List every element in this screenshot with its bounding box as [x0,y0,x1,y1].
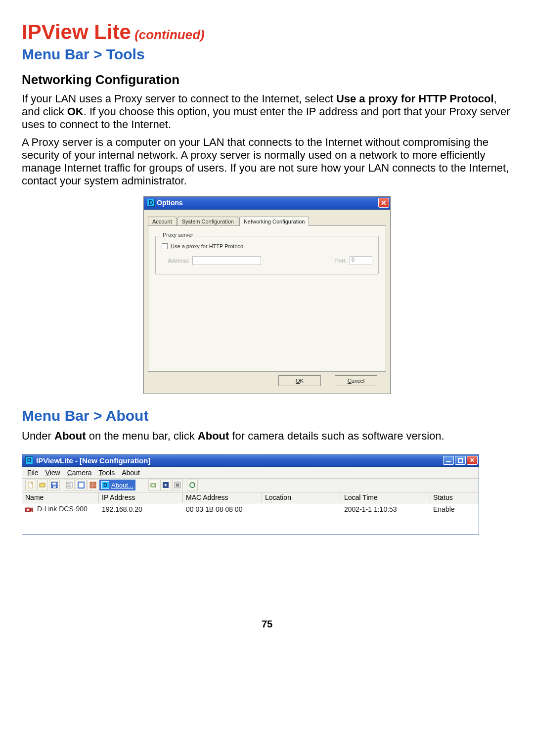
maximize-icon [458,458,463,463]
camera-icon [25,506,33,513]
close-icon: ✕ [381,199,387,207]
minimize-button[interactable] [443,456,454,465]
cell-name: D-Link DCS-900 [37,505,88,513]
col-status[interactable]: Status [430,492,473,503]
column-header-row: Name IP Address MAC Address Location Loc… [22,492,479,503]
port-input[interactable]: 0 [350,256,372,265]
close-button[interactable]: ✕ [378,198,389,208]
dialog-titlebar[interactable]: D Options ✕ [144,197,390,210]
menu-tools[interactable]: Tools [99,469,115,477]
about-menu-item[interactable]: D About... [99,480,135,490]
window-title: IPViewLite - [New Configuration] [36,456,443,465]
svg-rect-17 [176,484,179,487]
table-body: D-Link DCS-900 192.168.0.20 00 03 1B 08 … [22,503,479,534]
svg-rect-12 [93,486,96,488]
svg-rect-2 [52,483,56,485]
maximize-button[interactable] [455,456,466,465]
new-icon[interactable] [25,480,36,490]
refresh-icon[interactable] [187,480,198,490]
window-titlebar[interactable]: D IPViewLite - [New Configuration] ✕ [22,455,479,467]
page-app-title: IPView Lite (continued) [22,22,512,43]
use-proxy-label: Use a proxy for HTTP Protocol [171,243,245,249]
svg-rect-10 [93,482,96,485]
use-proxy-checkbox[interactable] [162,243,168,249]
svg-point-14 [152,485,154,487]
options-dialog: D Options ✕ Account System Configuration… [143,196,391,394]
app-icon: D [25,456,33,464]
close-button[interactable]: ✕ [467,456,478,465]
page-number: 75 [22,619,512,630]
title-main: IPView Lite [22,20,131,44]
dialog-title: Options [157,199,378,207]
single-view-icon[interactable] [76,480,87,490]
menu-file[interactable]: File [27,469,39,477]
port-label: Port: [335,258,347,264]
subsection-networking-configuration: Networking Configuration [22,72,512,88]
close-icon: ✕ [470,457,475,464]
paragraph-proxy-explanation: A Proxy server is a computer on your LAN… [22,136,512,187]
tab-panel: Proxy server Use a proxy for HTTP Protoc… [148,225,386,372]
svg-rect-11 [90,486,92,488]
cell-time: 2002-1-1 1:10:53 [341,505,430,513]
title-continued: (continued) [131,27,205,42]
svg-rect-3 [53,486,56,488]
svg-rect-9 [90,482,92,485]
tab-system-configuration[interactable]: System Configuration [178,217,238,226]
menu-camera[interactable]: Camera [67,469,92,477]
menu-view[interactable]: View [45,469,60,477]
menu-about[interactable]: About [122,469,140,477]
toolbar: D About... [22,479,479,492]
svg-rect-8 [78,482,84,488]
col-local-time[interactable]: Local Time [341,492,430,503]
section-menu-bar-tools: Menu Bar > Tools [22,45,512,63]
quad-view-icon[interactable] [88,480,98,490]
open-icon[interactable] [37,480,48,490]
col-name[interactable]: Name [22,492,99,503]
group-title: Proxy server [161,232,195,238]
stop-icon[interactable] [172,480,183,490]
app-icon: D [147,199,155,207]
play-icon[interactable] [160,480,171,490]
table-row[interactable]: D-Link DCS-900 192.168.0.20 00 03 1B 08 … [22,503,479,515]
save-icon[interactable] [49,480,60,490]
tab-account[interactable]: Account [148,217,177,226]
proxy-server-group: Proxy server Use a proxy for HTTP Protoc… [155,236,379,274]
section-menu-bar-about: Menu Bar > About [22,407,512,425]
tab-row: Account System Configuration Networking … [148,214,386,225]
list-icon[interactable] [64,480,75,490]
ok-button[interactable]: OK [278,375,321,386]
cell-mac: 00 03 1B 08 08 00 [183,505,262,513]
about-menu-label: About... [111,482,134,489]
cancel-button[interactable]: Cancel [335,375,377,386]
cell-ip: 192.168.0.20 [99,505,183,513]
menubar: File View Camera Tools About [22,467,479,479]
col-mac-address[interactable]: MAC Address [183,492,262,503]
minimize-icon [446,461,451,462]
svg-point-20 [27,509,29,511]
ipviewlite-window: D IPViewLite - [New Configuration] ✕ Fil… [22,454,479,534]
about-icon: D [101,481,109,489]
tab-networking-configuration[interactable]: Networking Configuration [239,217,310,226]
address-label: Address: [162,258,189,264]
camera-add-icon[interactable] [148,480,159,490]
address-input[interactable] [192,256,261,265]
paragraph-proxy-instruction: If your LAN uses a Proxy server to conne… [22,92,512,131]
col-ip-address[interactable]: IP Address [99,492,183,503]
cell-status: Enable [430,505,473,513]
paragraph-about-instruction: Under About on the menu bar, click About… [22,430,512,443]
col-location[interactable]: Location [262,492,341,503]
